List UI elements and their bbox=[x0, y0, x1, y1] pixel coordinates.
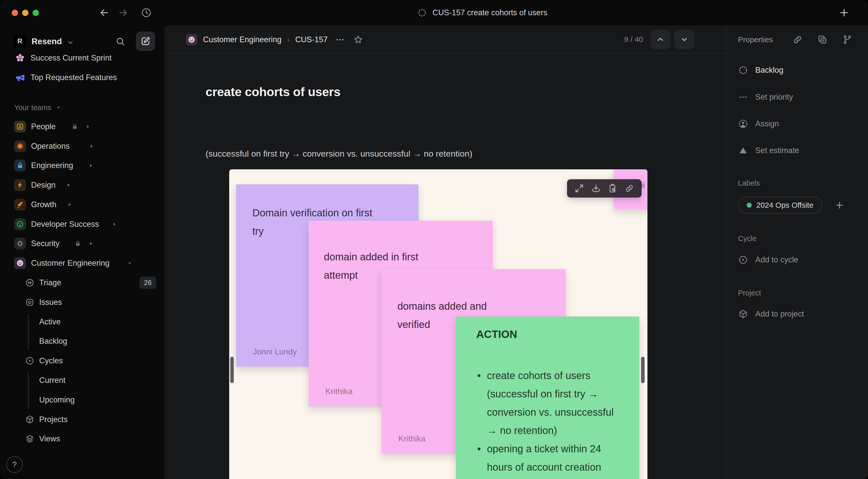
close-window-button[interactable] bbox=[12, 10, 18, 16]
chevron-right-icon[interactable] bbox=[88, 163, 94, 168]
more-options-icon[interactable] bbox=[335, 35, 345, 44]
add-to-project-button[interactable]: Add to project bbox=[738, 305, 804, 323]
sidebar-item-growth[interactable]: Growth bbox=[0, 195, 164, 214]
issue-description[interactable]: (successful on first try → conversion vs… bbox=[206, 149, 472, 159]
sidebar-item-cycles[interactable]: Cycles bbox=[0, 351, 164, 371]
search-icon[interactable] bbox=[115, 36, 126, 47]
sidebar-item-active[interactable]: Active bbox=[0, 312, 164, 331]
caret-down-icon[interactable] bbox=[127, 261, 132, 266]
sidebar-item-label: Cycles bbox=[39, 356, 63, 365]
cycles-icon bbox=[25, 356, 35, 365]
backlog-status-icon bbox=[417, 8, 427, 18]
image-hover-toolbar bbox=[567, 179, 642, 197]
chevron-down-icon bbox=[680, 35, 689, 44]
id-card-icon bbox=[16, 123, 24, 131]
status-selector[interactable]: Backlog bbox=[738, 61, 783, 79]
estimate-selector[interactable]: Set estimate bbox=[738, 141, 799, 159]
breadcrumb-issue-id[interactable]: CUS-157 bbox=[295, 35, 328, 44]
sidebar-item-engineering[interactable]: Engineering bbox=[0, 156, 164, 175]
issue-title[interactable]: create cohorts of users bbox=[206, 85, 340, 99]
lock-icon bbox=[16, 161, 24, 169]
sidebar-item-label: Top Requested Features bbox=[31, 73, 117, 82]
copy-to-clipboard-icon[interactable] bbox=[608, 183, 618, 193]
project-cube-icon bbox=[738, 309, 748, 319]
sidebar-item-operations[interactable]: Operations bbox=[0, 136, 164, 156]
add-to-project-label: Add to project bbox=[755, 310, 804, 319]
breadcrumb-team[interactable]: Customer Engineering bbox=[203, 35, 281, 44]
rocket-icon bbox=[16, 201, 24, 209]
chevron-right-icon[interactable] bbox=[85, 124, 91, 129]
copy-link-icon[interactable] bbox=[624, 183, 634, 193]
sidebar-item-label: Engineering bbox=[31, 161, 73, 170]
add-to-cycle-button[interactable]: Add to cycle bbox=[738, 251, 798, 269]
compose-button[interactable] bbox=[136, 32, 155, 51]
sidebar-item-label: Views bbox=[39, 434, 60, 443]
previous-issue-button[interactable] bbox=[650, 30, 671, 49]
copy-link-icon[interactable] bbox=[792, 34, 803, 45]
breadcrumb: Customer Engineering › CUS-157 bbox=[186, 25, 363, 54]
image-resize-handle-right[interactable] bbox=[641, 357, 645, 383]
sidebar-item-top-requested-features[interactable]: Top Requested Features bbox=[0, 68, 164, 87]
chevron-right-icon[interactable] bbox=[67, 202, 72, 207]
bullet-item: create cohorts of users (successful on f… bbox=[477, 366, 623, 440]
team-avatar bbox=[14, 121, 26, 132]
assignee-selector[interactable]: Assign bbox=[738, 115, 779, 133]
minimize-window-button[interactable] bbox=[22, 10, 29, 16]
chevron-right-icon[interactable] bbox=[88, 241, 94, 246]
help-button[interactable]: ? bbox=[6, 456, 23, 473]
workspace-logo[interactable]: R bbox=[13, 34, 27, 48]
sidebar-item-developer-success[interactable]: Developer Success bbox=[0, 215, 164, 234]
back-icon[interactable] bbox=[99, 7, 110, 18]
sidebar-item-upcoming[interactable]: Upcoming bbox=[0, 390, 164, 410]
sidebar-item-design[interactable]: Design bbox=[0, 175, 164, 195]
chevron-right-icon[interactable] bbox=[112, 221, 117, 227]
smiley-icon bbox=[187, 35, 196, 44]
estimate-triangle-icon bbox=[739, 146, 747, 155]
download-image-icon[interactable] bbox=[591, 183, 601, 193]
sidebar-item-security[interactable]: Security bbox=[0, 234, 164, 253]
git-branch-icon[interactable] bbox=[842, 34, 853, 45]
project-section-header: Project bbox=[738, 289, 761, 297]
sidebar-item-triage[interactable]: Triage 26 bbox=[0, 273, 164, 292]
sidebar-item-label: People bbox=[31, 122, 56, 131]
your-teams-header[interactable]: Your teams bbox=[14, 102, 164, 113]
chevron-down-icon[interactable] bbox=[67, 39, 74, 46]
label-chip[interactable]: 2024 Ops Offsite bbox=[738, 197, 822, 214]
linear-window: CUS-157 create cohorts of users R Resend… bbox=[0, 0, 868, 479]
sidebar-item-projects[interactable]: Projects bbox=[0, 410, 164, 429]
sidebar-item-customer-engineering[interactable]: Customer Engineering bbox=[0, 254, 164, 273]
chevron-right-icon[interactable] bbox=[66, 182, 71, 188]
estimate-placeholder: Set estimate bbox=[755, 146, 799, 155]
sidebar-item-issues[interactable]: Issues bbox=[0, 293, 164, 312]
add-label-icon[interactable] bbox=[834, 200, 845, 210]
favorite-star-icon[interactable] bbox=[353, 35, 363, 45]
zoom-window-button[interactable] bbox=[33, 10, 39, 16]
sticky-notes-image[interactable]: Domain verification on first try Jonni L… bbox=[229, 169, 647, 479]
window-tab[interactable]: CUS-157 create cohorts of users bbox=[417, 0, 547, 25]
workspace-name[interactable]: Resend bbox=[32, 37, 62, 46]
properties-panel: Properties Backlog Set priority Assign bbox=[726, 25, 868, 479]
sidebar-item-label: Current bbox=[39, 376, 65, 385]
forward-icon[interactable] bbox=[118, 7, 129, 18]
sidebar-item-current[interactable]: Current bbox=[0, 371, 164, 390]
sticky-note-green-action: ACTION create cohorts of users (successf… bbox=[456, 317, 639, 479]
chevron-right-icon[interactable] bbox=[89, 143, 94, 149]
new-tab-icon[interactable] bbox=[838, 7, 850, 18]
copy-id-icon[interactable] bbox=[817, 34, 828, 45]
expand-image-icon[interactable] bbox=[574, 183, 584, 193]
team-avatar bbox=[14, 257, 26, 269]
issue-header: Customer Engineering › CUS-157 9 / 40 bbox=[164, 25, 726, 54]
history-clock-icon[interactable] bbox=[141, 7, 152, 19]
sidebar-item-success-current-sprint[interactable]: Success Current Sprint bbox=[0, 50, 164, 68]
team-avatar bbox=[14, 238, 26, 249]
priority-selector[interactable]: Set priority bbox=[738, 88, 793, 106]
sidebar-item-people[interactable]: People bbox=[0, 117, 164, 136]
cycle-section-header: Cycle bbox=[738, 234, 756, 243]
image-resize-handle-left[interactable] bbox=[230, 357, 234, 383]
sticky-note-author: Jonni Lundy bbox=[253, 347, 297, 356]
sidebar-item-label: Operations bbox=[31, 141, 70, 151]
next-issue-button[interactable] bbox=[674, 30, 694, 49]
main-content-panel: Customer Engineering › CUS-157 9 / 40 cr… bbox=[164, 25, 868, 479]
sidebar-item-backlog[interactable]: Backlog bbox=[0, 331, 164, 351]
sidebar-item-views[interactable]: Views bbox=[0, 429, 164, 448]
